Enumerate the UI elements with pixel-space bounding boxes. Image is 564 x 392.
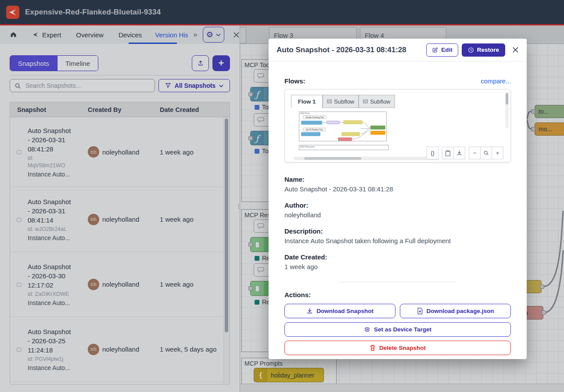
actions-label: Actions: <box>284 291 511 298</box>
view-json-button[interactable]: {} <box>427 147 438 159</box>
download-package-json-button[interactable]: Download package.json <box>400 304 511 318</box>
copy-button[interactable] <box>442 147 454 159</box>
mini-node-orange <box>370 131 385 135</box>
download-snapshot-button[interactable]: Download Snapshot <box>284 304 395 318</box>
mini-node-yellow <box>341 132 360 136</box>
subflow-icon <box>327 99 332 104</box>
magnifier-icon <box>483 150 489 156</box>
app-window: Expensive-Red-Flanked-Bluetail-9334 Expe… <box>0 0 564 392</box>
scrollbar-thumb[interactable] <box>506 93 508 104</box>
mini-node-red <box>338 137 352 141</box>
mini-node-green <box>370 126 385 129</box>
zoom-out-button[interactable]: − <box>469 147 481 159</box>
divider <box>339 282 456 282</box>
subflow-icon <box>363 99 368 104</box>
edit-button[interactable]: Edit <box>426 43 458 57</box>
chip-icon <box>364 326 370 333</box>
clock-icon <box>468 47 474 53</box>
clipboard-icon <box>445 150 451 156</box>
preview-tab-subflow1[interactable]: Subflow <box>323 95 359 108</box>
close-modal-icon[interactable] <box>512 47 519 53</box>
file-download-icon <box>417 308 423 314</box>
trash-icon <box>370 345 376 351</box>
mini-comment-node: Simple Greeting Tool <box>303 115 327 119</box>
download-icon <box>306 308 313 314</box>
zoom-in-button[interactable]: + <box>492 147 503 159</box>
mini-group-tools: MCP Tools Simple Greeting Tool Get Pi Po… <box>299 111 387 141</box>
download-icon <box>456 150 462 156</box>
preview-tab-subflow2[interactable]: Subflow <box>359 95 395 108</box>
restore-button[interactable]: Restore <box>462 43 505 57</box>
delete-snapshot-button[interactable]: Delete Snapshot <box>284 341 511 355</box>
mini-comment-node: Get Pi Position Tool <box>303 128 326 131</box>
mini-node-yellow <box>343 120 363 124</box>
download-preview-button[interactable] <box>453 147 465 159</box>
zoom-reset-button[interactable] <box>480 147 492 159</box>
preview-vscrollbar[interactable] <box>505 92 509 128</box>
modal-title: Auto Snapshot - 2026-03-31 08:41:28 <box>277 46 426 54</box>
preview-tab-flow1[interactable]: Flow 1 <box>291 95 323 108</box>
compare-link[interactable]: compare... <box>481 78 511 85</box>
mini-group-resources: MCP Resources <box>299 145 389 150</box>
field-author: Author: noleyholland <box>284 201 511 219</box>
field-name: Name: Auto Snapshot - 2026-03-31 08:41:2… <box>284 176 511 193</box>
mini-node-blue <box>301 132 320 136</box>
preview-hscrollbar[interactable] <box>294 157 438 160</box>
snapshot-detail-modal: Auto Snapshot - 2026-03-31 08:41:28 Edit… <box>269 39 527 359</box>
flows-label: Flows: <box>284 77 481 85</box>
set-device-target-button[interactable]: Set as Device Target <box>284 322 511 337</box>
pencil-square-icon <box>432 47 438 53</box>
flow-preview-card: Flow 1 Subflow Subflow MCP Tools <box>284 89 511 162</box>
mini-node-lavender <box>327 121 340 124</box>
field-date-created: Date Created: 1 week ago <box>284 253 511 270</box>
field-description: Description: Instance Auto Snapshot take… <box>284 227 511 245</box>
mini-node-blue <box>301 121 322 125</box>
scrollbar-thumb[interactable] <box>304 157 361 160</box>
